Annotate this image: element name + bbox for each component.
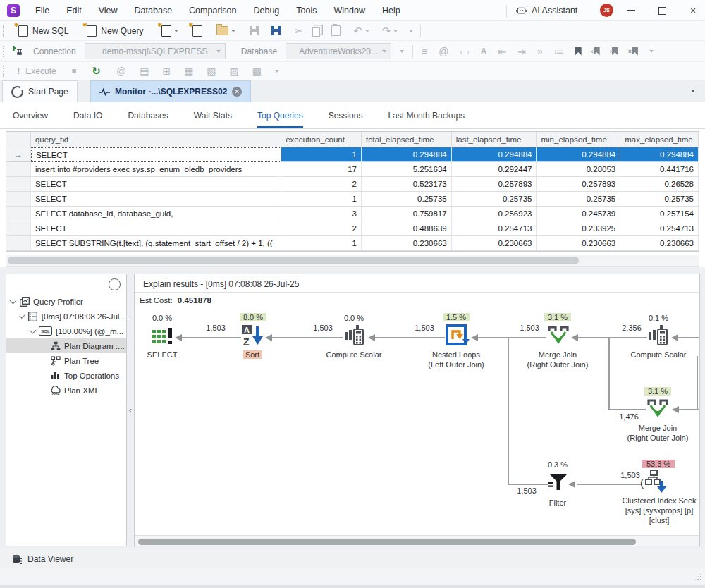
open-file-button[interactable] [216,26,228,35]
tab-close-icon[interactable]: ✕ [232,87,242,97]
toolbar-grip[interactable] [3,25,7,37]
collapse-left-icon[interactable]: ‹ [129,405,132,415]
toolbar-grip[interactable] [3,66,7,77]
grid-row[interactable]: SELECT database_id, database_guid, 3 0.7… [6,207,699,221]
connection-select[interactable]: demo-mssql\SQLEXPRESS [85,43,226,59]
cell-query-txt[interactable]: SELECT [31,147,281,162]
grid-row-selected[interactable]: → SELECT 1 0.294884 0.294884 0.294884 0.… [6,147,699,162]
plan-node-filter[interactable] [548,473,568,494]
user-avatar-badge[interactable]: JS [600,4,613,17]
info-icon[interactable] [109,278,121,290]
layout-split-icon[interactable]: ▦ [184,66,193,76]
results-text-icon[interactable]: ▤ [140,66,149,76]
tab-list-dropdown[interactable] [691,90,695,92]
menu-view[interactable]: View [97,6,119,16]
query-history-button[interactable]: ↻ [92,66,101,76]
grid-row[interactable]: insert into #providers exec sys.sp_enum_… [6,162,699,177]
plan-node-merge-join-2[interactable] [646,398,669,423]
new-document-dropdown[interactable] [174,30,178,32]
subtab-wait-stats[interactable]: Wait Stats [194,102,232,128]
export-grid-icon[interactable]: ▨ [230,66,239,76]
grid-header-min-elapsed-time[interactable]: min_elapsed_time [537,132,620,147]
subtab-data-io[interactable]: Data IO [73,102,102,128]
subtab-sessions[interactable]: Sessions [329,102,363,128]
bookmark-prev-icon[interactable]: ‹ [593,47,600,56]
indent-right-icon[interactable]: » [537,47,543,56]
menu-debug[interactable]: Debug [252,6,281,16]
bookmark-next-icon[interactable]: › [611,47,618,56]
minimize-button[interactable] [619,1,643,20]
grid-row[interactable]: SELECT 2 0.488639 0.254713 0.233925 0.25… [6,221,699,236]
bookmark-overflow-dropdown[interactable] [649,50,654,53]
open-file-dropdown[interactable] [231,30,235,32]
execute-button[interactable]: ! Execute [17,66,56,76]
grid-hscrollbar-thumb[interactable] [8,257,579,264]
horizontal-splitter[interactable] [0,267,705,274]
maximize-button[interactable] [650,1,674,20]
menu-tools[interactable]: Tools [295,6,318,16]
outdent-icon[interactable]: ⇤ [498,47,506,56]
grid-hscrollbar[interactable] [6,255,699,267]
menu-database[interactable]: Database [133,6,174,16]
subtab-overview[interactable]: Overview [13,102,48,128]
tree-item-top-operations[interactable]: Top Operations [6,368,126,383]
vertical-splitter[interactable]: ‹ [127,274,134,546]
menu-help[interactable]: Help [381,6,402,16]
tree-item-plan-diagram[interactable]: Plan Diagram :... [6,338,126,353]
results-grid-icon[interactable]: ⊞ [162,66,171,76]
copy-button[interactable] [312,27,320,37]
new-file-button[interactable] [192,25,202,37]
undo-dropdown[interactable] [365,30,369,32]
pivot-icon[interactable]: ▩ [252,66,262,76]
plan-node-select[interactable] [152,325,174,348]
subtab-last-month-backups[interactable]: Last Month Backups [388,102,465,128]
format-code-icon[interactable]: ≔ [554,47,564,56]
tree-item-plan-xml[interactable]: XML Plan XML [6,383,126,398]
connection-overflow-dropdown[interactable] [400,50,404,53]
chevron-down-icon[interactable] [30,326,37,333]
tree-item-plan-tree[interactable]: Plan Tree [6,353,126,368]
snippet-icon[interactable]: @ [439,47,448,56]
menu-edit[interactable]: Edit [65,6,83,16]
new-document-button[interactable] [161,25,171,37]
explain-hscrollbar-thumb[interactable] [138,539,636,545]
menu-window[interactable]: Window [333,6,367,16]
data-viewer-bar[interactable]: Data Viewer [0,549,705,568]
plan-node-compute-scalar-2[interactable] [648,324,669,350]
redo-dropdown[interactable] [393,30,398,32]
new-sql-button[interactable]: New SQL [18,25,68,37]
grid-header-total-elapsed-time[interactable]: total_elapsed_time [362,132,452,147]
undo-button[interactable]: ↶ [353,25,362,36]
toolbar-overflow-dropdown[interactable] [409,30,413,32]
plan-node-sort[interactable]: AZ [242,324,264,350]
chevron-down-icon[interactable] [10,297,17,304]
grid-header-max-elapsed-time[interactable]: max_elapsed_time [620,132,699,147]
grid-row[interactable]: SELECT 1 0.25735 0.25735 0.25735 0.25735 [6,192,699,207]
save-all-button[interactable] [271,26,281,35]
bookmark-toggle-icon[interactable] [575,47,582,56]
close-button[interactable]: × [681,1,705,20]
explain-hscrollbar[interactable] [135,535,699,546]
rename-icon[interactable]: ▭ [460,47,469,56]
subtab-top-queries[interactable]: Top Queries [257,102,303,128]
tab-monitor[interactable]: Monitor -...\SQLEXPRESS02 ✕ [90,80,251,102]
grid-header-query-txt[interactable]: query_txt [31,132,281,147]
redo-button[interactable]: ↷ [382,25,391,36]
toolbar-grip[interactable] [3,46,7,57]
resize-grip[interactable] [694,572,702,581]
plan-node-compute-scalar-1[interactable] [344,324,365,350]
ai-assistant-button[interactable]: AI Assistant [516,3,577,18]
grid-row[interactable]: SELECT 2 0.523173 0.257893 0.257893 0.26… [6,177,699,192]
grid-header-execution-count[interactable]: execution_count [281,132,362,147]
plan-node-merge-join-1[interactable] [547,325,570,350]
stop-button[interactable]: ■ [72,67,77,75]
grid-header-last-elapsed-time[interactable]: last_elapsed_time [452,132,537,147]
execute-overflow-dropdown[interactable] [275,70,279,73]
tree-item-query-profiler[interactable]: Query Profiler [6,294,126,309]
chevron-down-icon[interactable] [19,312,25,318]
grid-row[interactable]: SELECT SUBSTRING(t.[text], (q.statement_… [6,236,699,251]
tree-item-statement[interactable]: SQL [100.00%] (@_m... [6,324,126,338]
format-case-icon[interactable]: A [481,47,487,56]
subtab-databases[interactable]: Databases [128,102,168,128]
plan-node-clustered-index-seek[interactable]: ( [640,470,668,496]
